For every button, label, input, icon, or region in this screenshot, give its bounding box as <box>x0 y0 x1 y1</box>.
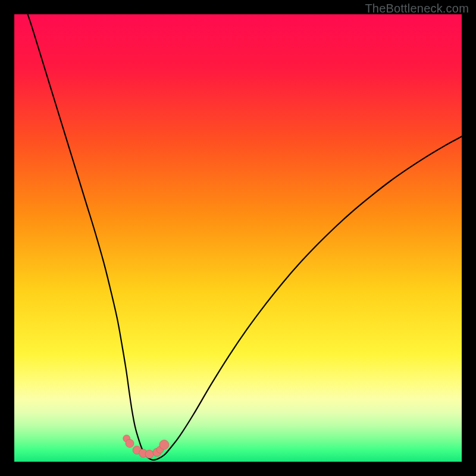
marker-dot <box>126 439 134 447</box>
watermark-text: TheBottleneck.com <box>365 2 469 15</box>
bottleneck-curve <box>28 14 462 460</box>
marker-dot <box>159 440 169 449</box>
marker-dot <box>145 450 154 458</box>
chart-canvas <box>14 14 462 462</box>
plot-area <box>14 14 462 462</box>
highlight-markers <box>123 435 169 458</box>
